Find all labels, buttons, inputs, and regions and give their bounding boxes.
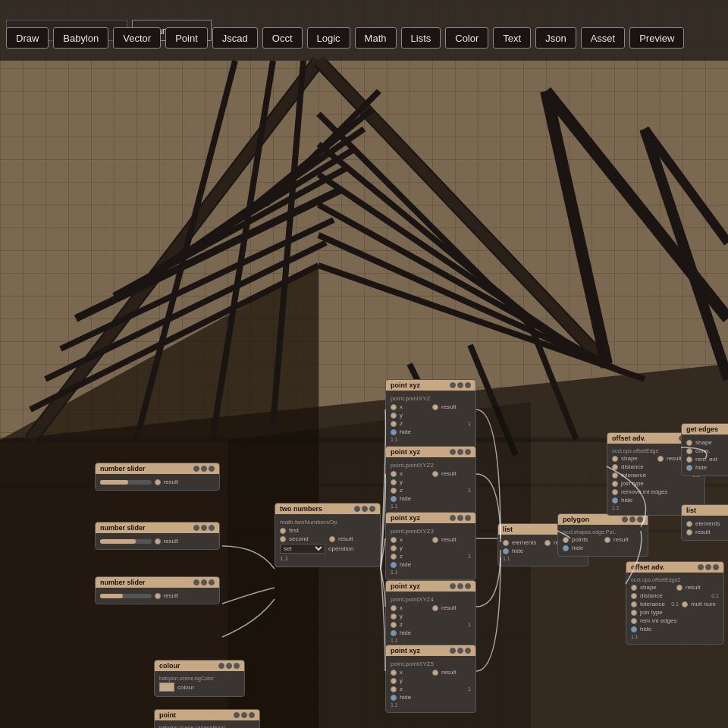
nav-btn-jscad[interactable]: Jscad [212,27,258,49]
nav-btn-json[interactable]: Json [535,27,576,49]
nav-btn-occt[interactable]: Occt [262,27,303,49]
nav-btn-color[interactable]: Color [445,27,488,49]
nav-buttons: DrawBabylonVectorPointJscadOcctLogicMath… [6,27,684,49]
nav-btn-logic[interactable]: Logic [307,27,350,49]
nav-btn-point[interactable]: Point [165,27,208,49]
nav-btn-math[interactable]: Math [355,27,397,49]
nav-btn-text[interactable]: Text [493,27,531,49]
nav-btn-draw[interactable]: Draw [6,27,49,49]
nav-btn-preview[interactable]: Preview [629,27,684,49]
nav-btn-vector[interactable]: Vector [113,27,161,49]
canvas-background [0,0,728,728]
nav-btn-babylon[interactable]: Babylon [53,27,108,49]
toolbar: Clear Canvas DrawBabylonVectorPointJscad… [0,0,728,61]
nav-btn-asset[interactable]: Asset [581,27,626,49]
nav-btn-lists[interactable]: Lists [401,27,441,49]
